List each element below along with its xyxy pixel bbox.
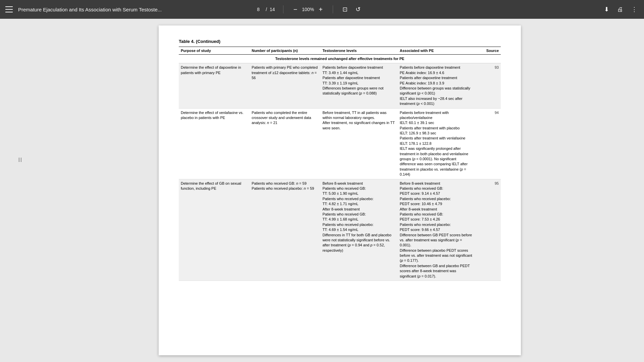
purpose-cell: Determine the effect of dapoxetine in pa… (179, 63, 250, 108)
document-area[interactable]: Table 4. (Continued) Purpose of study Nu… (40, 19, 639, 362)
more-options-button[interactable]: ⋮ (630, 4, 639, 14)
separator-1 (283, 5, 283, 13)
associated-cell: Patients before dapoxetine treatment PE … (398, 63, 475, 108)
rotate-button[interactable]: ↺ (354, 4, 362, 14)
testosterone-cell: Patients before dapoxetine treatment TT:… (320, 63, 397, 108)
subheader-text: Testosterone levels remained unchanged a… (179, 55, 501, 63)
zoom-out-button[interactable]: − (291, 5, 300, 14)
page-input[interactable]: 8 (254, 7, 263, 12)
sidebar-left: ⁞⁞ (0, 19, 40, 362)
zoom-in-button[interactable]: + (317, 5, 325, 14)
col-testosterone: Testosterone levels (320, 47, 397, 55)
participants-cell: Patients who completed the entire crosso… (250, 108, 320, 179)
associated-cell: Patients before treatment with placebo/v… (398, 108, 475, 179)
associated-cell: Before 8-week treatment Patients who rec… (398, 179, 475, 281)
page-navigation: 8 / 14 (254, 7, 275, 12)
zoom-level: 100% (302, 7, 314, 12)
page-separator: / (266, 7, 267, 12)
source-cell: 94 (475, 108, 501, 179)
sidebar-tool-icon[interactable]: ⁞⁞ (18, 156, 22, 164)
download-button[interactable]: ⬇ (603, 4, 610, 14)
source-cell: 93 (475, 63, 501, 108)
toolbar: Premature Ejaculation and Its Associatio… (0, 0, 644, 19)
participants-cell: Patients who received GB: n = 59 Patient… (250, 179, 320, 281)
total-pages: 14 (270, 7, 275, 12)
table-title: Table 4. (Continued) (179, 39, 501, 44)
table-row: Determine the effect of venlafaxine vs. … (179, 108, 501, 179)
zoom-controls: − 100% + (291, 5, 325, 14)
subheader-row: Testosterone levels remained unchanged a… (179, 55, 501, 63)
separator-2 (333, 5, 333, 13)
col-source: Source (475, 47, 501, 55)
testosterone-cell: Before treatment, TT in all patients was… (320, 108, 397, 179)
print-button[interactable]: 🖨 (616, 5, 625, 14)
table-row: Determine the effect of dapoxetine in pa… (179, 63, 501, 108)
col-participants: Number of participants (n) (250, 47, 320, 55)
main-content: ⁞⁞ Table 4. (Continued) Purpose of study… (0, 19, 644, 362)
document-page: Table 4. (Continued) Purpose of study Nu… (159, 25, 521, 355)
purpose-cell: Determine the effect of venlafaxine vs. … (179, 108, 250, 179)
participants-cell: Patients with primary PE who completed t… (250, 63, 320, 108)
table-header-row: Purpose of study Number of participants … (179, 47, 501, 55)
document-title: Premature Ejaculation and Its Associatio… (18, 7, 248, 12)
sidebar-right (639, 19, 644, 362)
col-associated: Associated with PE (398, 47, 475, 55)
col-purpose: Purpose of study (179, 47, 250, 55)
main-table: Purpose of study Number of participants … (179, 47, 501, 281)
menu-button[interactable] (5, 6, 13, 12)
purpose-cell: Determine the effect of GB on sexual fun… (179, 179, 250, 281)
source-cell: 95 (475, 179, 501, 281)
table-row: Determine the effect of GB on sexual fun… (179, 179, 501, 281)
fit-page-button[interactable]: ⊡ (341, 4, 349, 14)
testosterone-cell: Before 8-week treatment Patients who rec… (320, 179, 397, 281)
